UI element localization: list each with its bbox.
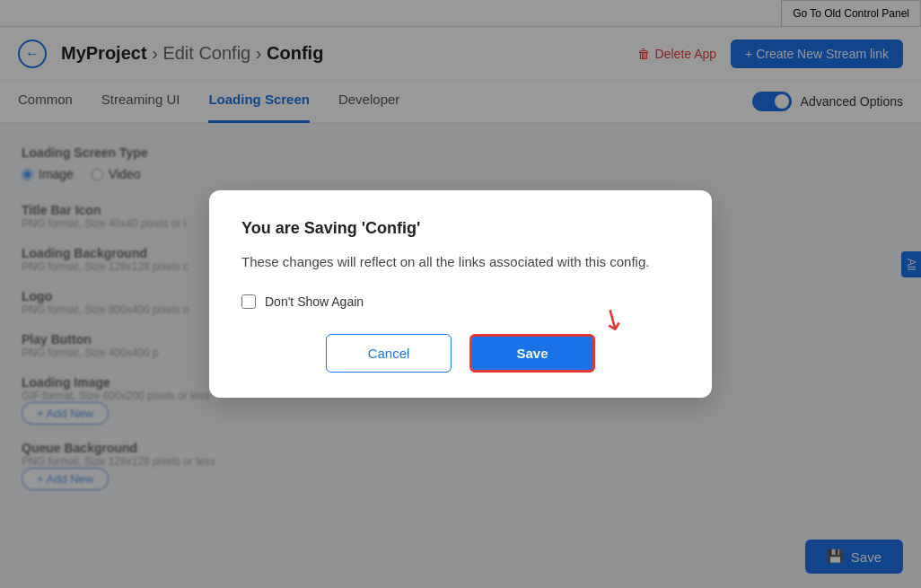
- save-button[interactable]: Save: [469, 334, 595, 373]
- dialog-actions: ↘ Cancel Save: [241, 334, 680, 373]
- modal-overlay: You are Saving 'Config' These changes wi…: [0, 0, 921, 588]
- cancel-button[interactable]: Cancel: [326, 334, 452, 373]
- save-dialog: You are Saving 'Config' These changes wi…: [209, 190, 712, 398]
- dialog-title: You are Saving 'Config': [241, 219, 680, 238]
- dialog-body: These changes will reflect on all the li…: [241, 252, 680, 273]
- dont-show-again-checkbox[interactable]: [241, 294, 256, 309]
- dont-show-again-label: Don't Show Again: [265, 294, 364, 309]
